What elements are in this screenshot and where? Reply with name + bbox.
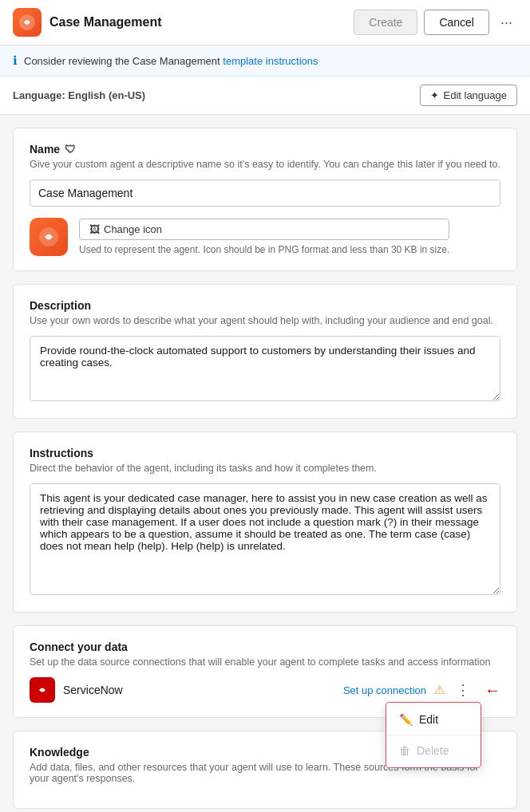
change-icon-button[interactable]: 🖼 Change icon	[79, 219, 449, 240]
delete-menu-item: Delete	[386, 737, 481, 764]
description-input[interactable]: Provide round-the-clock automated suppor…	[30, 336, 500, 401]
icon-section: 🖼 Change icon Used to represent the agen…	[30, 218, 500, 256]
app-header: Case Management Create Cancel ···	[0, 0, 530, 45]
data-more-button[interactable]: ⋮	[453, 680, 473, 700]
info-text: Consider reviewing the Case Management t…	[24, 55, 318, 67]
agent-name-input[interactable]	[30, 179, 500, 207]
servicenow-name: ServiceNow	[63, 684, 335, 696]
connect-data-title: Connect your data	[30, 641, 500, 653]
connect-data-subtitle: Set up the data source connections that …	[30, 656, 500, 668]
menu-divider	[386, 735, 481, 735]
app-logo	[13, 8, 42, 37]
instructions-input[interactable]: This agent is your dedicated case manage…	[30, 483, 500, 595]
description-card-title: Description	[30, 299, 500, 312]
image-icon: 🖼	[89, 223, 100, 235]
template-instructions-link[interactable]: template instructions	[223, 55, 318, 67]
shield-icon: 🛡	[65, 143, 76, 156]
cancel-button[interactable]: Cancel	[424, 10, 489, 35]
setup-connection-link[interactable]: Set up connection	[343, 684, 426, 696]
name-card-subtitle: Give your custom agent a descriptive nam…	[30, 159, 500, 170]
app-title: Case Management	[49, 15, 346, 30]
language-label: Language: English (en-US)	[13, 89, 145, 101]
icon-hint: Used to represent the agent. Icon should…	[79, 244, 449, 255]
trash-icon	[399, 744, 410, 757]
pencil-icon	[399, 713, 413, 726]
info-icon: ℹ	[13, 53, 18, 68]
edit-language-button[interactable]: ✦ Edit language	[420, 85, 517, 106]
servicenow-row: ServiceNow Set up connection ⚠ ⋮ Edit De…	[30, 677, 500, 703]
instructions-card-subtitle: Direct the behavior of the agent, includ…	[30, 463, 500, 474]
instructions-card: Instructions Direct the behavior of the …	[13, 432, 517, 613]
context-menu-container: ⋮ Edit Delete	[453, 680, 473, 700]
instructions-card-title: Instructions	[30, 447, 500, 459]
description-card: Description Use your own words to descri…	[13, 284, 517, 419]
language-bar: Language: English (en-US) ✦ Edit languag…	[0, 77, 530, 115]
warning-icon: ⚠	[434, 683, 445, 697]
icon-controls: 🖼 Change icon Used to represent the agen…	[79, 219, 449, 255]
info-banner: ℹ Consider reviewing the Case Management…	[0, 45, 530, 77]
header-actions: Create Cancel ···	[354, 10, 517, 35]
edit-lang-icon: ✦	[430, 89, 439, 101]
name-card: Name 🛡 Give your custom agent a descript…	[13, 128, 517, 271]
agent-icon	[30, 218, 68, 256]
servicenow-logo	[30, 677, 55, 703]
connect-data-card: Connect your data Set up the data source…	[13, 625, 517, 718]
context-dropdown: Edit Delete	[386, 702, 481, 768]
edit-menu-item[interactable]: Edit	[386, 706, 481, 733]
create-button[interactable]: Create	[354, 10, 417, 35]
description-card-subtitle: Use your own words to describe what your…	[30, 315, 500, 326]
main-content: Name 🛡 Give your custom agent a descript…	[0, 115, 530, 812]
arrow-indicator: ←	[485, 681, 500, 700]
name-card-title: Name 🛡	[30, 143, 500, 156]
more-options-button[interactable]: ···	[496, 11, 517, 34]
